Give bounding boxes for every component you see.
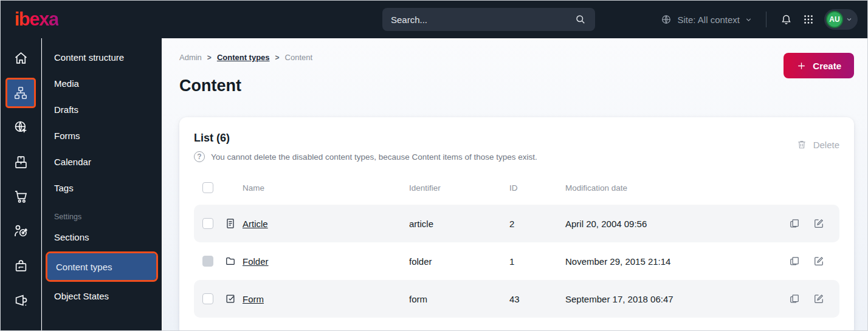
user-menu[interactable]: AU [824, 9, 858, 30]
cell-modification-date: September 17, 2018 06:47 [565, 294, 782, 304]
content-types-list-card: List (6) ? You cannot delete the disable… [179, 117, 854, 331]
personalization-icon [13, 223, 29, 239]
copy-button[interactable] [782, 217, 807, 230]
breadcrumb-content: Content [285, 53, 313, 62]
column-header-identifier: Identifier [409, 183, 509, 193]
sidebar-item-forms[interactable]: Forms [42, 123, 162, 149]
help-circle-icon: ? [194, 151, 205, 162]
ibexa-logo[interactable]: ibexa [15, 9, 58, 30]
chevron-down-icon [745, 16, 753, 24]
copy-button[interactable] [782, 293, 807, 305]
rail-item-personalization[interactable] [1, 214, 41, 248]
row-checkbox[interactable] [202, 293, 213, 304]
sidebar-item-calendar[interactable]: Calendar [42, 149, 162, 175]
content-type-link[interactable]: Form [243, 294, 264, 304]
sidebar-menu: Content structure Media Drafts Forms Cal… [42, 38, 162, 330]
folder-icon [224, 255, 243, 267]
list-title: List (6) [194, 132, 839, 145]
content-types-table: Name Identifier ID Modification date Art… [194, 176, 839, 318]
cell-id: 2 [509, 219, 565, 229]
breadcrumb-separator: > [275, 53, 280, 62]
product-catalog-icon [13, 154, 29, 170]
content-type-link[interactable]: Folder [243, 256, 269, 267]
article-icon [224, 217, 243, 230]
megaphone-icon [13, 292, 29, 309]
rail-item-site[interactable] [1, 110, 41, 145]
rail-item-commerce[interactable] [1, 179, 41, 214]
sidebar-item-drafts[interactable]: Drafts [42, 97, 162, 123]
trash-icon [796, 139, 807, 150]
cell-identifier: article [409, 219, 509, 229]
column-header-name: Name [243, 183, 409, 193]
row-checkbox[interactable] [202, 218, 213, 229]
create-button[interactable]: Create [784, 53, 854, 78]
delete-button-label: Delete [813, 140, 839, 150]
delete-button[interactable]: Delete [796, 139, 839, 150]
table-header-row: Name Identifier ID Modification date [194, 176, 839, 200]
rail-item-product-catalog[interactable] [1, 145, 41, 179]
rail-item-marketing[interactable] [1, 283, 41, 318]
copy-button[interactable] [782, 255, 807, 267]
select-all-checkbox[interactable] [202, 182, 213, 193]
page-title: Content [179, 77, 854, 95]
column-header-id: ID [509, 183, 565, 193]
site-context-label: Site: All context [677, 15, 740, 25]
rail-item-home[interactable] [1, 41, 41, 75]
annotation-highlight-content-structure [5, 78, 36, 108]
edit-button[interactable] [807, 255, 831, 267]
home-icon [13, 50, 29, 66]
site-globe-cursor-icon [13, 119, 29, 135]
cell-modification-date: November 29, 2015 21:14 [565, 256, 782, 267]
sidebar-item-object-states[interactable]: Object States [42, 283, 162, 309]
site-context-selector[interactable]: Site: All context [660, 13, 753, 26]
top-bar: ibexa Site: All context [1, 1, 867, 38]
row-checkbox-disabled [202, 256, 213, 267]
cell-identifier: folder [409, 256, 509, 267]
sidebar-item-content-structure[interactable]: Content structure [42, 44, 162, 70]
avatar: AU [826, 11, 843, 28]
info-text: You cannot delete the disabled content t… [211, 152, 537, 162]
info-row: ? You cannot delete the disabled content… [194, 151, 839, 162]
breadcrumb: Admin > Content types > Content [179, 53, 854, 62]
edit-button[interactable] [807, 293, 831, 305]
rail-item-admin[interactable] [1, 248, 41, 283]
rail-item-content-structure[interactable] [1, 75, 41, 110]
column-header-modification-date: Modification date [565, 183, 782, 193]
cell-id: 1 [509, 256, 565, 267]
main-content: Admin > Content types > Content Create C… [162, 38, 867, 330]
admin-badge-icon [13, 258, 29, 274]
chevron-down-icon [846, 16, 853, 23]
form-icon [224, 293, 243, 305]
breadcrumb-admin: Admin [179, 53, 202, 62]
content-structure-icon [13, 85, 29, 101]
search-icon[interactable] [574, 13, 587, 26]
breadcrumb-content-types-link[interactable]: Content types [217, 53, 270, 62]
cell-id: 43 [509, 294, 565, 304]
sidebar-item-sections[interactable]: Sections [42, 224, 162, 250]
app-grid-icon[interactable] [802, 13, 815, 26]
edit-button[interactable] [807, 217, 831, 230]
globe-icon [660, 13, 672, 26]
table-row-folder: Folder folder 1 November 29, 2015 21:14 [194, 242, 839, 280]
create-button-label: Create [813, 61, 841, 71]
sidebar-item-media[interactable]: Media [42, 70, 162, 97]
cell-modification-date: April 20, 2004 09:56 [565, 219, 782, 229]
settings-section-label: Settings [42, 210, 162, 224]
plus-icon [796, 61, 807, 71]
notifications-bell-icon[interactable] [780, 13, 793, 26]
cell-identifier: form [409, 294, 509, 304]
sidebar-item-content-types[interactable]: Content types [47, 253, 156, 280]
icon-rail [1, 38, 41, 330]
annotation-highlight-content-types: Content types [46, 251, 158, 282]
shopping-cart-icon [13, 188, 29, 205]
global-search[interactable] [382, 8, 595, 31]
content-type-link[interactable]: Article [243, 219, 268, 229]
search-input[interactable] [391, 15, 574, 25]
topbar-divider [766, 12, 766, 27]
table-row-form: Form form 43 September 17, 2018 06:47 [194, 280, 839, 318]
sidebar-item-tags[interactable]: Tags [42, 175, 162, 201]
table-row-article: Article article 2 April 20, 2004 09:56 [194, 205, 839, 242]
breadcrumb-separator: > [207, 53, 212, 62]
topbar-actions: Site: All context AU [660, 1, 858, 38]
